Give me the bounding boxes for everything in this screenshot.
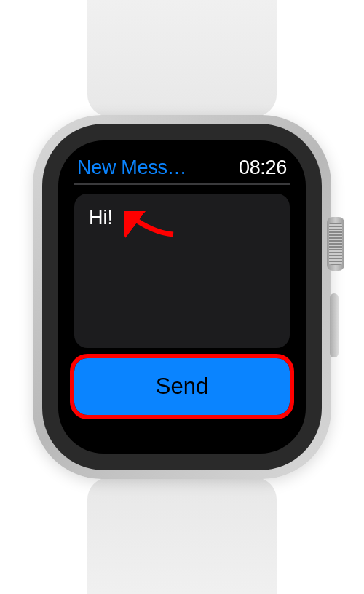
clock-time: 08:26 bbox=[239, 157, 287, 179]
header-divider bbox=[74, 183, 290, 185]
watch-case: New Mess… 08:26 Hi! bbox=[33, 115, 331, 479]
watch-bezel: New Mess… 08:26 Hi! bbox=[42, 124, 322, 470]
send-button[interactable]: Send bbox=[74, 358, 290, 415]
message-input-area[interactable]: Hi! bbox=[74, 194, 290, 348]
watch-band-bottom bbox=[87, 478, 277, 594]
annotation-arrow-icon bbox=[124, 211, 176, 242]
screen-header: New Mess… 08:26 bbox=[74, 157, 290, 179]
watch-band-top bbox=[87, 0, 277, 116]
message-text: Hi! bbox=[89, 207, 113, 229]
side-button[interactable] bbox=[330, 293, 339, 357]
send-button-label: Send bbox=[156, 373, 208, 400]
watch-screen: New Mess… 08:26 Hi! bbox=[58, 140, 306, 454]
digital-crown[interactable] bbox=[327, 217, 344, 271]
page-title[interactable]: New Mess… bbox=[77, 157, 186, 179]
